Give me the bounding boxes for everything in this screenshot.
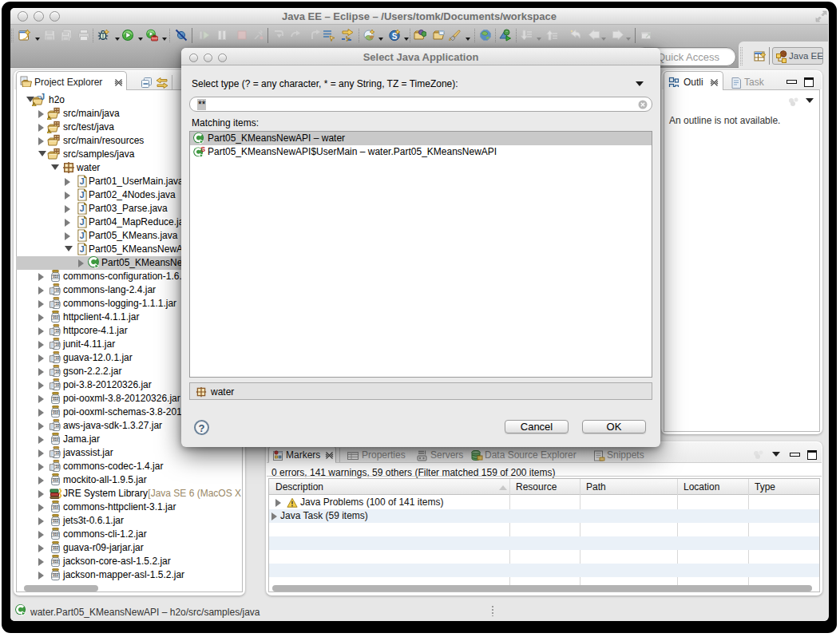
svg-text:S: S [392, 32, 398, 41]
